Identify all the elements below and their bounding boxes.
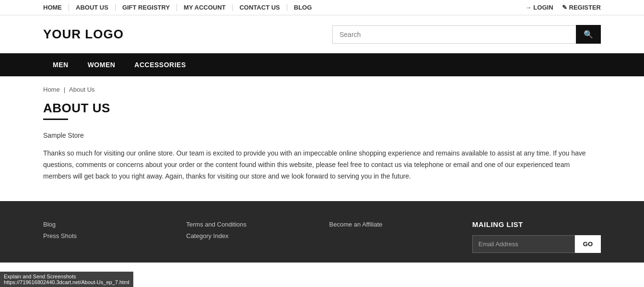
footer-link-affiliate[interactable]: Become an Affiliate [329,221,383,228]
register-label: REGISTER [569,4,601,11]
footer-grid: Blog Press Shots Terms and Conditions Ca… [43,220,601,253]
about-text: Thanks so much for visiting our online s… [43,148,599,182]
cat-accessories[interactable]: ACCESSORIES [125,53,195,76]
main-content: Home | About Us ABOUT US Sample Store Th… [0,76,644,201]
footer-col-3: Become an Affiliate [329,220,458,253]
logo: YOUR LOGO [43,27,124,42]
search-input[interactable] [332,25,576,44]
nav-about[interactable]: ABOUT US [69,4,116,11]
category-nav: MEN WOMEN ACCESSORIES [0,53,644,76]
footer-col-4: MAILING LIST GO [472,220,601,253]
footer: Blog Press Shots Terms and Conditions Ca… [0,201,644,263]
footer-link-terms[interactable]: Terms and Conditions [186,221,246,228]
login-link[interactable]: → LOGIN [525,4,553,11]
login-icon: → [525,4,531,11]
nav-my-account[interactable]: MY ACCOUNT [177,4,233,11]
search-icon: 🔍 [584,30,593,38]
footer-col-1: Blog Press Shots [43,220,172,253]
nav-contact-us[interactable]: CONTACT US [233,4,287,11]
search-bar: 🔍 [332,25,601,44]
nav-home[interactable]: HOME [43,4,69,11]
top-nav-links: HOME ABOUT US GIFT REGISTRY MY ACCOUNT C… [43,4,318,11]
footer-link-category-index[interactable]: Category Index [186,232,228,239]
go-button[interactable]: GO [575,235,601,253]
email-input[interactable] [472,235,575,253]
breadcrumb-separator: | [64,86,65,93]
footer-link-press[interactable]: Press Shots [43,232,77,239]
header: YOUR LOGO 🔍 [0,15,644,53]
title-underline [43,119,68,120]
breadcrumb-current: About Us [69,86,94,93]
store-name: Sample Store [43,132,601,139]
register-link[interactable]: ✎ REGISTER [562,4,601,11]
nav-gift-registry[interactable]: GIFT REGISTRY [116,4,177,11]
top-nav: HOME ABOUT US GIFT REGISTRY MY ACCOUNT C… [0,0,644,15]
footer-col-2: Terms and Conditions Category Index [186,220,315,253]
page-title: ABOUT US [43,101,601,116]
top-nav-auth: → LOGIN ✎ REGISTER [525,4,601,11]
login-label: LOGIN [533,4,553,11]
search-button[interactable]: 🔍 [576,25,601,44]
mailing-list-heading: MAILING LIST [472,220,601,228]
mailing-form: GO [472,235,601,253]
cat-men[interactable]: MEN [43,53,78,76]
footer-link-blog[interactable]: Blog [43,221,56,228]
cat-women[interactable]: WOMEN [78,53,125,76]
nav-blog[interactable]: BLOG [287,4,319,11]
breadcrumb-home[interactable]: Home [43,86,60,93]
register-icon: ✎ [562,4,567,11]
breadcrumb: Home | About Us [43,86,601,93]
